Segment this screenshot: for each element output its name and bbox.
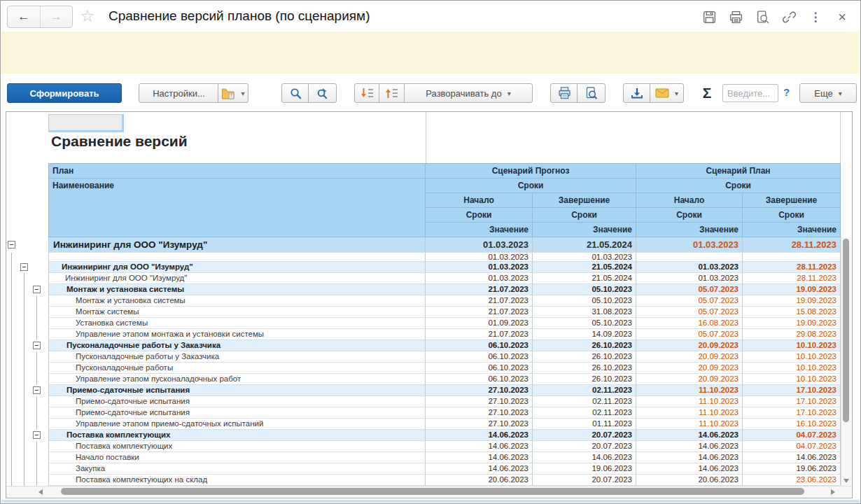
- print-icon[interactable]: [728, 9, 743, 24]
- horizontal-scrollbar[interactable]: [6, 486, 851, 497]
- date-cell[interactable]: 16.08.2023: [636, 318, 743, 329]
- date-cell[interactable]: [743, 253, 841, 262]
- table-row[interactable]: Приемо-сдаточные испытания27.10.202302.1…: [6, 396, 841, 407]
- preview-icon[interactable]: [755, 9, 770, 24]
- date-cell[interactable]: 01.03.2023: [636, 237, 743, 253]
- date-cell[interactable]: 10.10.2023: [743, 363, 841, 374]
- date-cell[interactable]: 14.06.2023: [426, 452, 533, 463]
- date-cell[interactable]: 14.06.2023: [533, 452, 636, 463]
- date-cell[interactable]: 15.08.2023: [743, 307, 841, 318]
- scroll-right-arrow[interactable]: [831, 489, 835, 495]
- date-cell[interactable]: 01.03.2023: [426, 253, 533, 262]
- date-cell[interactable]: 01.03.2023: [426, 262, 533, 273]
- date-cell[interactable]: 06.10.2023: [426, 351, 533, 363]
- date-cell[interactable]: 21.07.2023: [426, 284, 533, 295]
- date-cell[interactable]: 23.06.2023: [743, 475, 841, 486]
- table-row[interactable]: Начало поставки14.06.202314.06.202314.06…: [6, 452, 841, 463]
- date-cell[interactable]: 01.03.2023: [636, 273, 743, 284]
- date-cell[interactable]: 05.10.2023: [533, 318, 636, 329]
- date-cell[interactable]: 05.07.2023: [636, 284, 743, 295]
- name-cell[interactable]: Поставка комплектующих: [48, 441, 426, 452]
- date-cell[interactable]: 06.10.2023: [426, 340, 533, 351]
- table-row[interactable]: Поставка комплектующих14.06.202320.07.20…: [6, 430, 841, 441]
- date-cell[interactable]: 29.08.2023: [743, 329, 841, 340]
- favorite-star-icon[interactable]: [80, 6, 95, 26]
- date-cell[interactable]: [636, 253, 743, 262]
- table-row[interactable]: Монтаж и установка системы21.07.202305.1…: [6, 295, 841, 307]
- date-cell[interactable]: 01.03.2023: [636, 262, 743, 273]
- date-cell[interactable]: 11.10.2023: [636, 407, 743, 419]
- date-cell[interactable]: 14.06.2023: [426, 441, 533, 452]
- expand-to-button[interactable]: Разворачивать до: [404, 83, 533, 103]
- print-preview-button[interactable]: [577, 83, 606, 103]
- name-cell[interactable]: Начало поставки: [48, 452, 426, 463]
- date-cell[interactable]: 31.08.2023: [533, 307, 636, 318]
- name-cell[interactable]: Управление этапом приемо-сдаточных испыт…: [48, 419, 426, 430]
- date-cell[interactable]: 19.06.2023: [533, 463, 636, 475]
- vertical-scrollbar-thumb[interactable]: [843, 239, 849, 422]
- date-cell[interactable]: 04.07.2023: [743, 441, 841, 452]
- name-cell[interactable]: Управление этапом монтажа и установки си…: [48, 329, 426, 340]
- settings-button[interactable]: Настройки...: [139, 83, 219, 103]
- date-cell[interactable]: 06.10.2023: [426, 374, 533, 385]
- date-cell[interactable]: 28.11.2023: [743, 237, 841, 253]
- search-button[interactable]: [281, 83, 309, 103]
- search-reset-button[interactable]: [308, 83, 337, 103]
- name-cell[interactable]: Инжиниринг для ООО "Изумруд": [48, 273, 426, 284]
- date-cell[interactable]: 05.07.2023: [636, 295, 743, 307]
- table-row[interactable]: Инжиниринг для ООО "Изумруд"01.03.202321…: [6, 237, 841, 253]
- date-cell[interactable]: 01.03.2023: [426, 273, 533, 284]
- date-cell[interactable]: 21.07.2023: [426, 329, 533, 340]
- table-row[interactable]: Установка системы01.09.202305.10.202316.…: [6, 318, 841, 329]
- date-cell[interactable]: 01.11.2023: [533, 419, 636, 430]
- tree-collapse-toggle[interactable]: [33, 286, 41, 293]
- tree-collapse-toggle[interactable]: [20, 263, 28, 271]
- date-cell[interactable]: 21.07.2023: [426, 307, 533, 318]
- date-cell[interactable]: 21.05.2024: [533, 273, 636, 284]
- date-cell[interactable]: 28.11.2023: [743, 273, 841, 284]
- date-cell[interactable]: 02.11.2023: [533, 396, 636, 407]
- date-cell[interactable]: 14.06.2023: [636, 452, 743, 463]
- table-row[interactable]: Пусконаладочные работы06.10.202326.10.20…: [6, 363, 841, 374]
- save-icon[interactable]: [701, 9, 717, 24]
- date-cell[interactable]: 27.10.2023: [426, 419, 533, 430]
- date-cell[interactable]: 11.10.2023: [636, 396, 743, 407]
- date-cell[interactable]: 21.07.2023: [426, 295, 533, 307]
- date-cell[interactable]: 11.10.2023: [636, 385, 743, 396]
- date-cell[interactable]: 20.06.2023: [636, 475, 743, 486]
- link-icon[interactable]: [781, 9, 797, 24]
- date-cell[interactable]: 14.06.2023: [636, 463, 743, 475]
- back-button[interactable]: [8, 6, 41, 27]
- help-button[interactable]: ?: [783, 86, 790, 98]
- date-cell[interactable]: 01.03.2023: [426, 237, 533, 253]
- settings-preset-button[interactable]: [218, 83, 248, 103]
- date-cell[interactable]: 01.09.2023: [426, 318, 533, 329]
- date-cell[interactable]: 10.10.2023: [743, 374, 841, 385]
- table-row[interactable]: Управление этапом монтажа и установки си…: [6, 329, 841, 340]
- scroll-left-arrow[interactable]: [38, 489, 43, 495]
- more-actions-button[interactable]: Еще: [799, 83, 857, 103]
- name-cell[interactable]: Инжиниринг для ООО "Изумруд": [48, 237, 426, 253]
- date-cell[interactable]: 27.10.2023: [426, 396, 533, 407]
- date-cell[interactable]: 14.09.2023: [533, 329, 636, 340]
- scroll-down-arrow[interactable]: [844, 479, 849, 483]
- name-cell[interactable]: Приемо-сдаточные испытания: [48, 385, 426, 396]
- table-row[interactable]: Инжиниринг для ООО "Изумруд"01.03.202321…: [6, 273, 841, 284]
- date-cell[interactable]: 02.11.2023: [533, 385, 636, 396]
- date-cell[interactable]: 20.09.2023: [636, 340, 743, 351]
- date-cell[interactable]: 27.10.2023: [426, 407, 533, 419]
- quick-search-input[interactable]: [722, 84, 778, 102]
- name-cell[interactable]: Управление этапом пусконаладочных работ: [48, 374, 426, 385]
- vertical-scrollbar[interactable]: [841, 237, 851, 486]
- date-cell[interactable]: 10.10.2023: [743, 340, 841, 351]
- date-cell[interactable]: 14.06.2023: [426, 430, 533, 441]
- date-cell[interactable]: 17.10.2023: [743, 396, 841, 407]
- name-cell[interactable]: Инжиниринг для ООО "Изумруд": [48, 262, 426, 273]
- date-cell[interactable]: 26.10.2023: [533, 351, 636, 363]
- name-cell[interactable]: [48, 253, 426, 262]
- name-cell[interactable]: Приемо-сдаточные испытания: [48, 396, 426, 407]
- name-cell[interactable]: Пусконаладочные работы: [48, 363, 426, 374]
- date-cell[interactable]: 01.03.2023: [533, 253, 636, 262]
- name-cell[interactable]: Поставка комплектующих на склад: [48, 475, 426, 486]
- name-cell[interactable]: Монтаж системы: [48, 307, 426, 318]
